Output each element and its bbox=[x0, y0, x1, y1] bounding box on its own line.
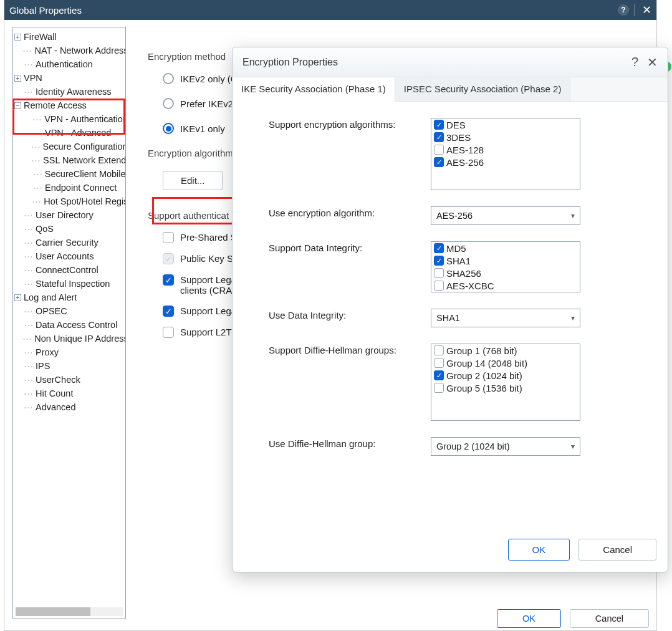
radio-icon bbox=[163, 73, 174, 84]
tree-item-label: IPS bbox=[36, 361, 50, 371]
tree-item[interactable]: ⋯VPN - Authentication bbox=[13, 112, 125, 126]
list-item[interactable]: 3DES bbox=[431, 131, 580, 143]
list-item[interactable]: Group 2 (1024 bit) bbox=[431, 369, 580, 382]
tree-item[interactable]: ⋯QoS bbox=[13, 222, 125, 236]
tree-item[interactable]: ⋯Hit Count bbox=[13, 387, 125, 400]
tree-item-label: Authentication bbox=[36, 59, 93, 69]
tree-item[interactable]: ⋯Authentication bbox=[13, 57, 125, 71]
list-item[interactable]: SHA1 bbox=[431, 254, 580, 267]
list-item-label: 3DES bbox=[446, 132, 471, 143]
support-data-integrity-list[interactable]: MD5SHA1SHA256AES-XCBC bbox=[431, 241, 580, 292]
expand-icon[interactable]: + bbox=[14, 75, 21, 82]
list-item[interactable]: AES-256 bbox=[431, 156, 580, 168]
close-icon[interactable]: ✕ bbox=[647, 55, 658, 70]
tree-item[interactable]: −Remote Access bbox=[13, 99, 125, 112]
dialog-title: Encryption Properties bbox=[242, 57, 338, 68]
radio-label: IKEv1 only bbox=[180, 123, 225, 134]
chevron-down-icon: ▾ bbox=[571, 211, 575, 220]
cancel-button[interactable]: Cancel bbox=[570, 609, 649, 628]
label-support-data-integrity: Support Data Integrity: bbox=[269, 241, 431, 253]
label-use-data-integrity: Use Data Integrity: bbox=[269, 309, 431, 320]
list-item[interactable]: AES-XCBC bbox=[431, 279, 580, 292]
use-dh-group-dropdown[interactable]: Group 2 (1024 bit) ▾ bbox=[431, 437, 580, 456]
tree-item-label: OPSEC bbox=[36, 306, 67, 316]
tree-item-label: Non Unique IP Address R bbox=[34, 334, 125, 344]
tree-item-label: Data Access Control bbox=[36, 320, 117, 330]
bullet-icon: ⋯ bbox=[22, 46, 32, 55]
use-enc-alg-dropdown[interactable]: AES-256 ▾ bbox=[431, 206, 580, 225]
bullet-icon: ⋯ bbox=[31, 155, 41, 165]
tree-item[interactable]: ⋯Identity Awareness bbox=[13, 85, 125, 99]
list-item[interactable]: AES-128 bbox=[431, 143, 580, 156]
tree-item-label: UserCheck bbox=[36, 375, 80, 385]
tree-item[interactable]: +FireWall bbox=[13, 30, 125, 44]
tree-item[interactable]: ⋯Secure Configuration V bbox=[13, 140, 125, 153]
bullet-icon: ⋯ bbox=[33, 169, 42, 179]
checkbox-icon bbox=[163, 274, 174, 286]
list-item-label: Group 2 (1024 bit) bbox=[446, 370, 522, 381]
expand-icon[interactable]: + bbox=[14, 34, 21, 41]
scroll-thumb[interactable] bbox=[16, 607, 90, 616]
sidebar-scroll[interactable] bbox=[16, 607, 123, 616]
checkbox-icon bbox=[163, 232, 174, 243]
tree-item[interactable]: ⋯ConnectControl bbox=[13, 263, 125, 277]
list-item[interactable]: Group 5 (1536 bit) bbox=[431, 382, 580, 394]
tree-item[interactable]: ⋯SecureClient Mobile bbox=[13, 167, 125, 181]
edit-button[interactable]: Edit... bbox=[163, 171, 223, 190]
bullet-icon: ⋯ bbox=[33, 183, 42, 193]
list-item-label: DES bbox=[446, 120, 466, 130]
use-data-integrity-dropdown[interactable]: SHA1 ▾ bbox=[431, 309, 580, 327]
support-enc-alg-list[interactable]: DES3DESAES-128AES-256 bbox=[431, 118, 580, 190]
tree-item[interactable]: ⋯Carrier Security bbox=[13, 236, 125, 249]
tree-item[interactable]: ⋯NAT - Network Address T bbox=[13, 44, 125, 57]
dialog-titlebar: Encryption Properties ? ✕ bbox=[233, 47, 668, 77]
list-item[interactable]: Group 1 (768 bit) bbox=[431, 344, 580, 357]
tree-item[interactable]: ⋯Endpoint Connect bbox=[13, 181, 125, 195]
tree-item-label: ConnectControl bbox=[36, 265, 98, 275]
close-icon[interactable]: ✕ bbox=[642, 3, 651, 17]
list-item[interactable]: SHA256 bbox=[431, 267, 580, 279]
tree-item[interactable]: ⋯UserCheck bbox=[13, 373, 125, 387]
tree-item-label: Remote Access bbox=[24, 100, 87, 110]
list-item[interactable]: Group 14 (2048 bit) bbox=[431, 357, 580, 369]
chevron-down-icon: ▾ bbox=[571, 314, 575, 322]
cancel-button[interactable]: Cancel bbox=[578, 539, 656, 561]
tree-item[interactable]: ⋯User Directory bbox=[13, 208, 125, 222]
tree-item[interactable]: ⋯VPN - Advanced bbox=[13, 126, 125, 140]
tree-item[interactable]: ⋯Non Unique IP Address R bbox=[13, 332, 125, 345]
help-icon[interactable]: ? bbox=[631, 55, 638, 69]
window-title: Global Properties bbox=[9, 5, 82, 16]
tree-item-label: Carrier Security bbox=[36, 238, 98, 248]
collapse-icon[interactable]: − bbox=[14, 102, 21, 109]
checkbox-icon bbox=[434, 145, 444, 155]
tree-item[interactable]: ⋯Advanced bbox=[13, 400, 125, 414]
list-item[interactable]: DES bbox=[431, 118, 580, 131]
support-dh-groups-list[interactable]: Group 1 (768 bit)Group 14 (2048 bit)Grou… bbox=[431, 344, 580, 421]
tab-ike-phase1[interactable]: IKE Security Association (Phase 1) bbox=[233, 77, 395, 102]
ok-button[interactable]: OK bbox=[508, 539, 570, 561]
tree-item[interactable]: ⋯User Accounts bbox=[13, 249, 125, 263]
tree-item[interactable]: ⋯Data Access Control bbox=[13, 318, 125, 332]
expand-icon[interactable]: + bbox=[14, 294, 21, 301]
tree-item[interactable]: ⋯SSL Network Extender bbox=[13, 153, 125, 167]
tab-ipsec-phase2[interactable]: IPSEC Security Association (Phase 2) bbox=[395, 77, 571, 101]
tree-item[interactable]: +VPN bbox=[13, 71, 125, 85]
bullet-icon: ⋯ bbox=[24, 238, 33, 248]
chevron-down-icon: ▾ bbox=[571, 442, 575, 451]
checkbox-icon bbox=[163, 306, 174, 317]
tree-item[interactable]: ⋯Stateful Inspection bbox=[13, 277, 125, 291]
list-item-label: AES-XCBC bbox=[446, 281, 494, 291]
tree-item[interactable]: ⋯OPSEC bbox=[13, 304, 125, 318]
ok-button[interactable]: OK bbox=[497, 609, 561, 628]
bullet-icon: ⋯ bbox=[32, 196, 41, 206]
label-use-dh-group: Use Diffie-Hellman group: bbox=[269, 437, 431, 449]
section-title: Encryption algorithm bbox=[148, 148, 233, 158]
checkbox-icon bbox=[434, 157, 444, 167]
help-icon[interactable]: ? bbox=[618, 4, 629, 16]
list-item[interactable]: MD5 bbox=[431, 242, 580, 254]
tree-item[interactable]: +Log and Alert bbox=[13, 291, 125, 304]
tree-item[interactable]: ⋯Hot Spot/Hotel Regist bbox=[13, 195, 125, 208]
tree-item[interactable]: ⋯Proxy bbox=[13, 345, 125, 359]
tree-item[interactable]: ⋯IPS bbox=[13, 359, 125, 373]
checkbox-icon bbox=[163, 253, 174, 264]
